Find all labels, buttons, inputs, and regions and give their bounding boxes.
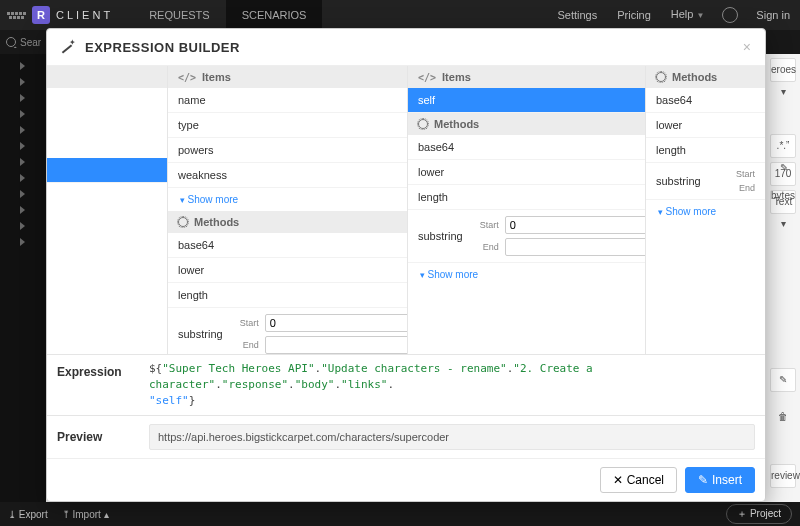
link-help[interactable]: Help▼ (661, 0, 715, 31)
col3-method-base64[interactable]: base64 (646, 88, 765, 113)
search-icon (6, 37, 16, 47)
col2-method-base64[interactable]: base64 (408, 135, 645, 160)
modal-header: EXPRESSION BUILDER × (47, 29, 765, 66)
col1-method-lower[interactable]: lower (168, 258, 407, 283)
bottombar: ⤓ Export ⤒ Import ▴ ＋ Project (0, 502, 800, 526)
close-icon[interactable]: × (743, 39, 751, 55)
modal-title: EXPRESSION BUILDER (85, 40, 240, 55)
project-button[interactable]: ＋ Project (726, 504, 792, 524)
col1-item-powers[interactable]: powers (168, 138, 407, 163)
link-settings[interactable]: Settings (547, 0, 607, 30)
col2-substring-end-input[interactable] (505, 238, 645, 256)
expression-row: Expression ${"Super Tech Heroes API"."Up… (47, 354, 765, 415)
col2-item-self[interactable]: self (408, 88, 645, 113)
end-label: End (727, 183, 755, 193)
search-input[interactable]: Sear (0, 37, 46, 48)
col2-substring-start-input[interactable] (505, 216, 645, 234)
close-icon: ✕ (613, 473, 623, 487)
end-label: End (471, 242, 499, 252)
modal-footer: ✕Cancel ✎Insert (47, 458, 765, 501)
substring-label: substring (656, 175, 719, 187)
col1-item-name[interactable]: name (168, 88, 407, 113)
brand-badge: R (32, 6, 50, 24)
peek-trash[interactable]: 🗑 (770, 406, 796, 430)
end-label: End (231, 340, 259, 350)
code-icon: </> (418, 72, 436, 83)
col1-method-length[interactable]: length (168, 283, 407, 308)
brand-text: CLIENT (56, 9, 113, 21)
start-label: Start (727, 169, 755, 179)
col1-method-substring[interactable]: substring Start End (168, 308, 407, 354)
col2-items-header: </>Items (408, 66, 645, 88)
substring-label: substring (178, 328, 223, 340)
preview-row: Preview https://api.heroes.bigstickcarpe… (47, 415, 765, 458)
gear-icon (418, 119, 428, 129)
peek-bytes: 170 bytes (770, 162, 796, 186)
cancel-button[interactable]: ✕Cancel (600, 467, 677, 493)
col1-methods-header: Methods (168, 211, 407, 233)
gear-icon (178, 217, 188, 227)
col3-methods-header: Methods (646, 66, 765, 88)
peek-heroes[interactable]: eroes ▾ (770, 58, 796, 82)
peek-edit[interactable]: .*.” ✎ (770, 134, 796, 158)
col1-items-header: </>Items (168, 66, 407, 88)
column-1: </>Items name type powers weakness Show … (167, 66, 407, 354)
gear-icon (656, 72, 666, 82)
insert-button[interactable]: ✎Insert (685, 467, 755, 493)
apps-grid-icon[interactable] (6, 5, 26, 25)
col1-item-type[interactable]: type (168, 113, 407, 138)
start-label: Start (471, 220, 499, 230)
col2-methods-header: Methods (408, 113, 645, 135)
col0-selected-row[interactable] (47, 158, 167, 183)
expression-value: ${"Super Tech Heroes API"."Update charac… (149, 361, 755, 409)
col3-method-substring[interactable]: substring Start End (646, 163, 765, 200)
import-button[interactable]: ⤒ Import ▴ (62, 509, 109, 520)
wand-icon (61, 40, 75, 54)
expression-builder-modal: EXPRESSION BUILDER × </>Items name type … (46, 28, 766, 502)
col3-method-lower[interactable]: lower (646, 113, 765, 138)
search-placeholder: Sear (20, 37, 41, 48)
col1-item-weakness[interactable]: weakness (168, 163, 407, 188)
wand-icon: ✎ (698, 473, 708, 487)
col2-method-lower[interactable]: lower (408, 160, 645, 185)
topbar: R CLIENT REQUESTS SCENARIOS Settings Pri… (0, 0, 800, 30)
column-2: </>Items self Methods base64 lower lengt… (407, 66, 645, 354)
code-icon: </> (178, 72, 196, 83)
col2-show-more-methods[interactable]: Show more (408, 263, 645, 286)
preview-value: https://api.heroes.bigstickcarpet.com/ch… (149, 424, 755, 450)
column-0 (47, 66, 167, 354)
col2-method-substring[interactable]: substring Start End (408, 210, 645, 263)
link-sign-in[interactable]: Sign in (746, 0, 800, 30)
col1-substring-start-input[interactable] (265, 314, 407, 332)
peek-edit2[interactable]: ✎ (770, 368, 796, 392)
columns: </>Items name type powers weakness Show … (47, 66, 765, 354)
expression-label: Expression (57, 361, 137, 409)
col3-show-more-methods[interactable]: Show more (646, 200, 765, 223)
col1-method-base64[interactable]: base64 (168, 233, 407, 258)
column-3: Methods base64 lower length substring St… (645, 66, 765, 354)
chat-icon[interactable] (722, 7, 738, 23)
peek-preview[interactable]: review (770, 464, 796, 488)
col1-show-more-items[interactable]: Show more (168, 188, 407, 211)
col3-method-length[interactable]: length (646, 138, 765, 163)
substring-label: substring (418, 230, 463, 242)
export-button[interactable]: ⤓ Export (8, 509, 48, 520)
tab-requests[interactable]: REQUESTS (133, 0, 226, 30)
chevron-down-icon: ▼ (696, 11, 704, 20)
right-peek: eroes ▾ .*.” ✎ 170 bytes Text ▾ ✎ 🗑 revi… (766, 54, 800, 502)
link-pricing[interactable]: Pricing (607, 0, 661, 30)
col0-header (47, 66, 167, 88)
tree-gutter (0, 54, 46, 502)
tab-scenarios[interactable]: SCENARIOS (226, 0, 323, 30)
col1-substring-end-input[interactable] (265, 336, 407, 354)
start-label: Start (231, 318, 259, 328)
col2-method-length[interactable]: length (408, 185, 645, 210)
preview-label: Preview (57, 430, 137, 444)
